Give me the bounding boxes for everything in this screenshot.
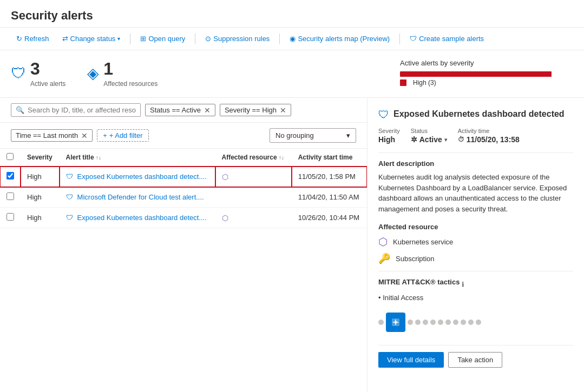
affected-resource-title: Affected resource bbox=[378, 223, 573, 231]
select-all-header[interactable] bbox=[0, 149, 21, 167]
table-row[interactable]: High🛡Exposed Kubernetes dashboard detect… bbox=[0, 167, 367, 187]
alerts-table: Severity Alert title ↑↓ Affected resourc… bbox=[0, 149, 367, 228]
add-filter-button[interactable]: + + Add filter bbox=[97, 129, 148, 142]
severity-meta-value: High bbox=[378, 135, 400, 144]
mitre-dot-2 bbox=[408, 320, 413, 325]
row-checkbox[interactable] bbox=[6, 192, 14, 200]
row-alert-title[interactable]: 🛡Microsoft Defender for Cloud test alert… bbox=[60, 187, 215, 208]
select-all-checkbox[interactable] bbox=[6, 153, 14, 160]
mitre-tactics-header: MITRE ATT&CK® tactics ℹ bbox=[378, 278, 573, 290]
view-full-details-button[interactable]: View full details bbox=[378, 352, 444, 368]
severity-column-header: Severity bbox=[21, 149, 60, 167]
info-icon[interactable]: ℹ bbox=[462, 281, 464, 288]
mitre-dot-3 bbox=[415, 320, 421, 325]
refresh-icon: ↻ bbox=[16, 35, 22, 43]
search-input[interactable] bbox=[28, 106, 136, 114]
suppression-rules-button[interactable]: ⊙ Suppression rules bbox=[200, 32, 275, 45]
mitre-tactics-section: MITRE ATT&CK® tactics ℹ Initial Access bbox=[378, 278, 573, 336]
active-alerts-stat: 🛡 3 Active alerts bbox=[11, 59, 65, 88]
status-meta: Status ✲ Active ▾ bbox=[411, 128, 447, 144]
alert-shield-icon: 🛡 bbox=[66, 193, 73, 201]
right-panel: 🛡 Exposed Kubernetes dashboard detected … bbox=[368, 98, 584, 392]
detail-title: Exposed Kubernetes dashboard detected bbox=[393, 109, 565, 120]
activity-time-value: ⏱ 11/05/20, 13:58 bbox=[458, 135, 520, 144]
row-affected-resource: ⬡ bbox=[215, 208, 292, 228]
mitre-dot-10 bbox=[468, 320, 474, 325]
status-filter-remove[interactable]: ✕ bbox=[204, 107, 211, 114]
spinner-icon: ✲ bbox=[411, 135, 417, 144]
map-icon: ◉ bbox=[290, 35, 296, 43]
row-severity: High bbox=[21, 167, 60, 187]
mitre-tactics-title: MITRE ATT&CK® tactics bbox=[378, 278, 460, 286]
affected-resources-label: Affected resources bbox=[103, 80, 158, 88]
row-checkbox[interactable] bbox=[6, 213, 14, 221]
resource-item-subscription: 🔑 Subscription bbox=[378, 253, 573, 264]
change-status-button[interactable]: ⇄ Change status ▾ bbox=[57, 32, 126, 45]
row-checkbox-cell[interactable] bbox=[0, 187, 21, 208]
row-alert-title[interactable]: 🛡Exposed Kubernetes dashboard detect.... bbox=[60, 208, 215, 228]
resource-subscription-label: Subscription bbox=[396, 255, 435, 263]
stats-row: 🛡 3 Active alerts ◈ 1 Affected resources… bbox=[0, 50, 584, 98]
page-title: Security alerts bbox=[11, 9, 573, 23]
resource-kubernetes-label: Kubernetes service bbox=[393, 238, 453, 246]
sort-icon: ↑↓ bbox=[96, 155, 101, 161]
detail-title-row: 🛡 Exposed Kubernetes dashboard detected bbox=[378, 109, 573, 121]
search-box[interactable]: 🔍 bbox=[11, 103, 141, 117]
mitre-dot-4 bbox=[423, 320, 428, 325]
time-filter-tag[interactable]: Time == Last month ✕ bbox=[11, 129, 93, 142]
change-status-icon: ⇄ bbox=[62, 35, 68, 43]
action-buttons: View full details Take action bbox=[378, 345, 573, 368]
alert-shield-icon: 🛡 bbox=[66, 214, 73, 222]
resource-icon: ⬡ bbox=[222, 214, 228, 222]
refresh-button[interactable]: ↻ Refresh bbox=[11, 32, 55, 45]
create-sample-alerts-button[interactable]: 🛡 Create sample alerts bbox=[404, 32, 489, 45]
row-checkbox-cell[interactable] bbox=[0, 208, 21, 228]
detail-header: 🛡 Exposed Kubernetes dashboard detected … bbox=[378, 109, 573, 144]
severity-filter-remove[interactable]: ✕ bbox=[280, 107, 286, 114]
separator4 bbox=[399, 34, 400, 44]
severity-filter-tag[interactable]: Severity == High ✕ bbox=[220, 104, 291, 116]
security-alerts-map-button[interactable]: ◉ Security alerts map (Preview) bbox=[284, 32, 395, 45]
filters-row: 🔍 Status == Active ✕ Severity == High ✕ bbox=[0, 98, 367, 123]
severity-meta: Severity High bbox=[378, 128, 400, 144]
active-alerts-icon: 🛡 bbox=[11, 64, 26, 82]
severity-meta-label: Severity bbox=[378, 128, 400, 134]
chevron-down-icon: ▾ bbox=[346, 131, 350, 139]
row-checkbox-cell[interactable] bbox=[0, 167, 21, 187]
table-row[interactable]: High🛡Exposed Kubernetes dashboard detect… bbox=[0, 208, 367, 228]
grouping-selector: No grouping ▾ bbox=[270, 128, 356, 143]
activity-time-label: Activity time bbox=[458, 128, 520, 134]
mitre-dot-1 bbox=[378, 320, 384, 325]
resource-item-kubernetes: ⬡ Kubernetes service bbox=[378, 235, 573, 248]
alert-shield-icon: 🛡 bbox=[66, 172, 73, 181]
divider-2 bbox=[378, 271, 573, 271]
row-severity: High bbox=[21, 187, 60, 208]
query-icon: ⊞ bbox=[140, 35, 146, 43]
svg-rect-1 bbox=[395, 321, 397, 323]
status-filter-tag[interactable]: Status == Active ✕ bbox=[145, 104, 215, 116]
row-checkbox[interactable] bbox=[6, 172, 14, 180]
key-icon: 🔑 bbox=[378, 253, 390, 264]
mitre-timeline bbox=[378, 308, 573, 336]
row-alert-title[interactable]: 🛡Exposed Kubernetes dashboard detect.... bbox=[60, 167, 215, 187]
open-query-button[interactable]: ⊞ Open query bbox=[135, 32, 191, 45]
severity-chart: Active alerts by severity High (3) bbox=[400, 59, 573, 89]
affected-resources-icon: ◈ bbox=[87, 64, 99, 82]
alert-description-title: Alert description bbox=[378, 160, 573, 168]
mitre-dot-9 bbox=[461, 320, 466, 325]
table-row[interactable]: High🛡Microsoft Defender for Cloud test a… bbox=[0, 187, 367, 208]
time-filter-remove[interactable]: ✕ bbox=[81, 132, 88, 139]
active-alerts-label: Active alerts bbox=[30, 80, 65, 88]
status-chevron-icon[interactable]: ▾ bbox=[444, 137, 447, 143]
take-action-button[interactable]: Take action bbox=[448, 352, 502, 368]
row-affected-resource bbox=[215, 187, 292, 208]
activity-time-meta: Activity time ⏱ 11/05/20, 13:58 bbox=[458, 128, 520, 144]
grouping-dropdown[interactable]: No grouping ▾ bbox=[270, 128, 356, 143]
main-content: 🔍 Status == Active ✕ Severity == High ✕ … bbox=[0, 98, 584, 392]
separator3 bbox=[279, 34, 280, 44]
detail-shield-icon: 🛡 bbox=[378, 109, 389, 121]
affected-resources-count: 1 bbox=[103, 59, 158, 79]
search-icon: 🔍 bbox=[16, 106, 24, 114]
left-panel: 🔍 Status == Active ✕ Severity == High ✕ … bbox=[0, 98, 368, 392]
affected-resources-stat: ◈ 1 Affected resources bbox=[87, 59, 158, 88]
